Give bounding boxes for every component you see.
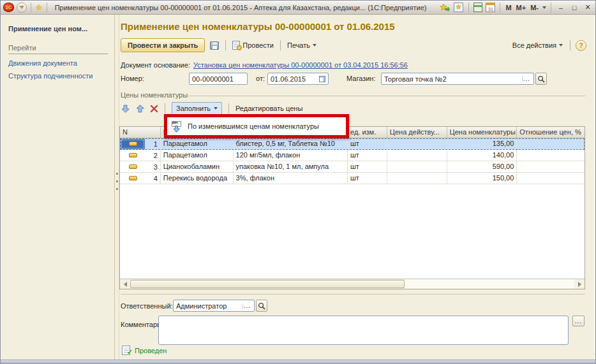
cell-current-price[interactable] <box>387 138 447 149</box>
chevron-down-icon[interactable] <box>542 6 546 9</box>
cell-unit[interactable]: шт <box>348 161 387 172</box>
app-window: 1С ★ Применение цен номенклатуры 00-0000… <box>0 0 596 364</box>
favorites-star-icon[interactable]: ★ <box>35 3 43 11</box>
row-number: 4 <box>154 175 158 182</box>
divider <box>165 103 165 113</box>
minimize-button[interactable]: – <box>556 4 566 11</box>
responsible-search-button[interactable] <box>256 300 267 312</box>
responsible-input[interactable]: Администратор ... <box>173 300 255 312</box>
date-value: 01.06.2015 <box>271 75 319 83</box>
scrollbar-track[interactable] <box>405 279 574 289</box>
print-button[interactable]: Печать <box>285 40 318 50</box>
calculator-icon[interactable] <box>473 3 482 12</box>
section-divider <box>186 96 585 96</box>
table-row[interactable]: 1 Парацетамол блистер, 0,5 мг, Таблетка … <box>120 138 585 150</box>
cell-ratio[interactable] <box>517 173 585 184</box>
sidebar-document-link[interactable]: Применение цен ном... <box>8 25 108 33</box>
all-actions-button[interactable]: Все действия <box>510 40 565 50</box>
memory-plus-button[interactable]: M+ <box>516 4 527 11</box>
cell-unit[interactable]: шт <box>348 173 387 184</box>
store-search-button[interactable] <box>535 73 547 85</box>
cell-unit[interactable]: шт <box>348 138 387 149</box>
main-menu-button[interactable] <box>17 3 27 13</box>
column-header-unit[interactable]: ед. изм. <box>348 127 387 138</box>
menu-item-fill-by-changed-prices[interactable]: По изменившимся ценам номенклатуры <box>167 117 346 135</box>
cell-characteristic[interactable]: блистер, 0,5 мг, Таблетка №10 <box>234 138 348 149</box>
choose-button[interactable]: ... <box>522 76 531 82</box>
fill-button[interactable]: Заполнить <box>172 102 222 115</box>
cell-current-price[interactable] <box>387 161 447 172</box>
number-input[interactable]: 00-00000001 <box>189 73 248 85</box>
maximize-button[interactable]: □ <box>569 4 579 11</box>
calendar-picker-icon[interactable] <box>319 76 325 82</box>
cell-ratio[interactable] <box>517 150 585 161</box>
cell-characteristic[interactable]: 120 мг/5мл, флакон <box>234 150 348 161</box>
row-marker-icon <box>129 142 137 146</box>
table-row[interactable]: 2 Парацетамол 120 мг/5мл, флакон шт 140,… <box>120 150 585 161</box>
scroll-right-button[interactable] <box>574 279 585 289</box>
choose-button[interactable]: ... <box>242 303 251 309</box>
cell-nomenclature[interactable]: Парацетамол <box>161 138 234 149</box>
delete-row-button[interactable] <box>150 105 158 113</box>
cell-price[interactable]: 590,00 <box>447 161 518 172</box>
cell-ratio[interactable] <box>517 138 585 149</box>
memory-button[interactable]: M <box>505 4 512 11</box>
cell-current-price[interactable] <box>387 150 447 161</box>
cell-current-price[interactable] <box>387 173 447 184</box>
sidebar-item-document-movements[interactable]: Движения документа <box>8 59 108 67</box>
scrollbar-thumb[interactable] <box>130 280 405 288</box>
row-number: 2 <box>154 152 158 159</box>
cell-nomenclature[interactable]: Перекись водорода <box>161 173 234 184</box>
favorites-list-icon[interactable] <box>453 3 464 13</box>
cell-ratio[interactable] <box>517 161 585 172</box>
sidebar-item-subordination-structure[interactable]: Структура подчиненности <box>8 72 108 80</box>
add-favorite-icon[interactable] <box>439 3 450 13</box>
table-row[interactable]: 4 Перекись водорода 3%, флакон шт 150,00 <box>120 173 585 184</box>
memory-minus-button[interactable]: M- <box>530 4 539 11</box>
help-button[interactable]: ? <box>576 40 586 51</box>
window-bottom-edge <box>1 360 595 363</box>
post-and-close-button[interactable]: Провести и закрыть <box>121 38 205 52</box>
divider <box>551 3 551 13</box>
divider <box>570 40 570 50</box>
post-document-icon <box>232 41 240 50</box>
edit-prices-button[interactable]: Редактировать цены <box>235 105 302 112</box>
all-actions-label: Все действия <box>512 41 556 49</box>
sidebar-splitter[interactable] <box>114 15 119 360</box>
horizontal-scrollbar[interactable] <box>120 279 585 289</box>
comment-expand-button[interactable]: ... <box>572 316 585 326</box>
floppy-icon <box>210 41 219 50</box>
column-header-n[interactable]: N <box>120 127 161 138</box>
cell-price[interactable]: 135,00 <box>447 138 518 149</box>
cell-unit[interactable]: шт <box>348 150 387 161</box>
base-document-link[interactable]: Установка цен номенклатуры 00-00000001 о… <box>193 61 408 69</box>
date-input[interactable]: 01.06.2015 <box>267 73 329 85</box>
close-button[interactable]: ✕ <box>583 3 593 11</box>
splitter-grip <box>116 180 118 182</box>
column-header-ratio[interactable]: Отношение цен, % <box>517 127 585 138</box>
base-document-label: Документ основание: <box>121 61 190 69</box>
save-button[interactable] <box>208 40 221 51</box>
move-row-up-button[interactable] <box>135 104 145 113</box>
post-button-label: Провести <box>242 41 274 49</box>
column-header-current-price[interactable]: Цена действу... <box>387 127 447 138</box>
cell-nomenclature[interactable]: Парацетамол <box>161 150 234 161</box>
cell-price[interactable]: 140,00 <box>447 150 518 161</box>
divider <box>468 3 469 13</box>
1c-logo-icon[interactable]: 1С <box>3 3 14 12</box>
cell-characteristic[interactable]: 3%, флакон <box>234 173 348 184</box>
scroll-left-button[interactable] <box>120 279 130 289</box>
calendar-icon[interactable]: 31 <box>486 3 495 12</box>
store-input[interactable]: Торговая точка №2 ... <box>381 73 534 85</box>
column-header-price[interactable]: Цена номенклатуры <box>447 127 518 138</box>
table-row[interactable]: 3 Цианокобаламин упаковка №10, 1 мл, амп… <box>120 161 585 173</box>
cell-characteristic[interactable]: упаковка №10, 1 мл, ампула <box>234 161 348 172</box>
triangle-left-icon <box>124 282 127 287</box>
comment-input[interactable] <box>158 316 569 345</box>
move-row-down-button[interactable] <box>121 104 130 113</box>
cell-price[interactable]: 150,00 <box>447 173 518 184</box>
cell-nomenclature[interactable]: Цианокобаламин <box>161 161 234 172</box>
post-button[interactable]: Провести <box>230 40 276 51</box>
coins-icon <box>237 45 242 50</box>
divider <box>500 3 500 13</box>
